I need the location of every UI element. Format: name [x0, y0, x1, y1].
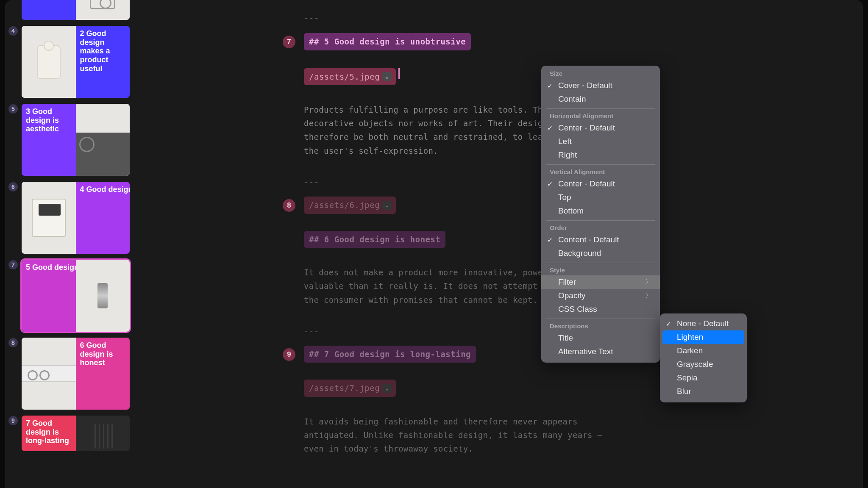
check-icon: ✓ — [666, 320, 671, 328]
menu-section-halign: Horizontal Alignment — [541, 111, 660, 121]
thumb-row-7[interactable]: 7 5 Good design is unobtrusive — [8, 258, 131, 333]
heading-token[interactable]: ## 7 Good design is long-lasting — [304, 346, 476, 363]
menu-section-descriptions: Descriptions — [541, 322, 660, 331]
menu-section-valign: Vertical Alignment — [541, 167, 660, 177]
menu-item-right[interactable]: Right — [541, 148, 660, 162]
thumb-card[interactable]: 3 Good design is aesthetic — [20, 103, 131, 177]
menu-item-content[interactable]: ✓Content - Default — [541, 233, 660, 247]
asset-path-token[interactable]: /assets/6.jpeg ⌄ — [304, 197, 396, 214]
editor-pane[interactable]: --- 7 ## 5 Good design is unobtrusive /a… — [134, 0, 863, 488]
check-icon: ✓ — [547, 236, 553, 244]
menu-item-center-v[interactable]: ✓Center - Default — [541, 177, 660, 191]
submenu-item-grayscale[interactable]: Grayscale — [660, 358, 747, 371]
thumb-card[interactable]: 6 Good design is honest — [20, 336, 131, 411]
menu-separator — [546, 164, 655, 165]
menu-item-center-h[interactable]: ✓Center - Default — [541, 121, 660, 135]
product-image — [97, 283, 108, 308]
filter-submenu[interactable]: ✓None - Default Lighten Darken Grayscale… — [660, 313, 747, 402]
app-window: 3 4 2 Good design makes a product useful… — [5, 0, 863, 488]
asset-path-token[interactable]: /assets/5.jpeg ⌄ — [304, 68, 396, 85]
thumb-number: 9 — [8, 416, 18, 425]
product-image — [76, 416, 130, 451]
chevron-right-icon: 〉 — [645, 278, 651, 286]
thumb-card[interactable] — [20, 0, 131, 21]
menu-item-contain[interactable]: Contain — [541, 92, 660, 106]
menu-section-size: Size — [541, 69, 660, 79]
check-icon: ✓ — [547, 180, 553, 188]
thumb-number: 8 — [8, 338, 18, 347]
menu-separator — [546, 319, 655, 319]
menu-separator — [546, 263, 655, 263]
menu-item-opacity[interactable]: Opacity〉 — [541, 289, 660, 302]
thumb-number: 7 — [8, 260, 18, 269]
menu-section-order: Order — [541, 223, 660, 233]
thumb-title: 6 Good design is honest — [76, 338, 130, 371]
thumb-row-9[interactable]: 9 7 Good design is long-lasting — [8, 414, 131, 452]
thumb-number: 4 — [8, 26, 18, 36]
asset-path-text: /assets/5.jpeg — [309, 70, 380, 83]
submenu-item-lighten[interactable]: Lighten — [662, 330, 744, 344]
heading-token[interactable]: ## 5 Good design is unobtrusive — [304, 33, 471, 50]
separator: --- — [304, 175, 319, 189]
slide-number: 7 — [283, 36, 295, 48]
separator: --- — [304, 11, 319, 25]
menu-item-left[interactable]: Left — [541, 135, 660, 148]
thumb-row-3[interactable]: 3 — [8, 0, 131, 21]
slide-thumbnails-sidebar: 3 4 2 Good design makes a product useful… — [5, 0, 134, 488]
slide-number: 8 — [283, 199, 295, 212]
chevron-down-icon[interactable]: ⌄ — [382, 201, 392, 210]
menu-section-style: Style — [541, 266, 660, 275]
product-image — [32, 199, 66, 237]
thumb-row-4[interactable]: 4 2 Good design makes a product useful — [8, 25, 131, 99]
asset-path-text: /assets/6.jpeg — [309, 198, 380, 212]
submenu-item-darken[interactable]: Darken — [660, 344, 747, 358]
menu-item-alt-text[interactable]: Alternative Text — [541, 345, 660, 358]
menu-item-top[interactable]: Top — [541, 191, 660, 204]
menu-separator — [546, 108, 655, 109]
body-text[interactable]: It avoids being fashionable and therefor… — [304, 415, 602, 456]
asset-path-text: /assets/7.jpeg — [309, 381, 380, 395]
heading-token[interactable]: ## 6 Good design is honest — [304, 231, 445, 248]
product-image — [37, 45, 61, 79]
menu-item-background[interactable]: Background — [541, 247, 660, 260]
thumb-card[interactable]: 2 Good design makes a product useful — [20, 25, 131, 99]
submenu-item-sepia[interactable]: Sepia — [660, 371, 747, 385]
menu-item-bottom[interactable]: Bottom — [541, 204, 660, 218]
thumb-title: 4 Good design makes a product understand… — [76, 182, 130, 197]
thumb-card[interactable]: 7 Good design is long-lasting — [20, 414, 131, 452]
menu-item-cover[interactable]: ✓Cover - Default — [541, 79, 660, 92]
menu-item-filter[interactable]: Filter〉 — [541, 275, 660, 289]
slide-number: 9 — [283, 348, 295, 361]
check-icon: ✓ — [547, 124, 553, 132]
thumb-title: 5 Good design is unobtrusive — [22, 260, 76, 275]
submenu-item-blur[interactable]: Blur — [660, 385, 747, 398]
menu-item-css-class[interactable]: CSS Class — [541, 302, 660, 316]
menu-item-title[interactable]: Title — [541, 331, 660, 345]
thumb-card-selected[interactable]: 5 Good design is unobtrusive — [20, 258, 131, 333]
thumb-title: 3 Good design is aesthetic — [22, 104, 76, 137]
chevron-down-icon[interactable]: ⌄ — [382, 72, 392, 81]
menu-separator — [546, 220, 655, 221]
submenu-item-none[interactable]: ✓None - Default — [660, 317, 747, 330]
thumb-number: 6 — [8, 182, 18, 191]
product-image — [22, 365, 76, 382]
image-options-menu[interactable]: Size ✓Cover - Default Contain Horizontal… — [541, 66, 660, 363]
text-cursor — [398, 68, 400, 79]
separator: --- — [304, 324, 319, 338]
thumb-row-8[interactable]: 8 6 Good design is honest — [8, 336, 131, 411]
thumb-row-6[interactable]: 6 4 Good design makes a product understa… — [8, 180, 131, 255]
check-icon: ✓ — [547, 82, 553, 90]
thumb-number: 5 — [8, 104, 18, 114]
chevron-right-icon: 〉 — [645, 292, 651, 299]
product-image — [76, 133, 130, 176]
chevron-down-icon[interactable]: ⌄ — [382, 384, 392, 393]
thumb-title: 2 Good design makes a product useful — [76, 26, 130, 76]
thumb-row-5[interactable]: 5 3 Good design is aesthetic — [8, 103, 131, 177]
thumb-title: 7 Good design is long-lasting — [22, 416, 76, 449]
thumb-card[interactable]: 4 Good design makes a product understand… — [20, 180, 131, 255]
asset-path-token[interactable]: /assets/7.jpeg ⌄ — [304, 380, 396, 396]
camera-icon — [90, 0, 115, 9]
